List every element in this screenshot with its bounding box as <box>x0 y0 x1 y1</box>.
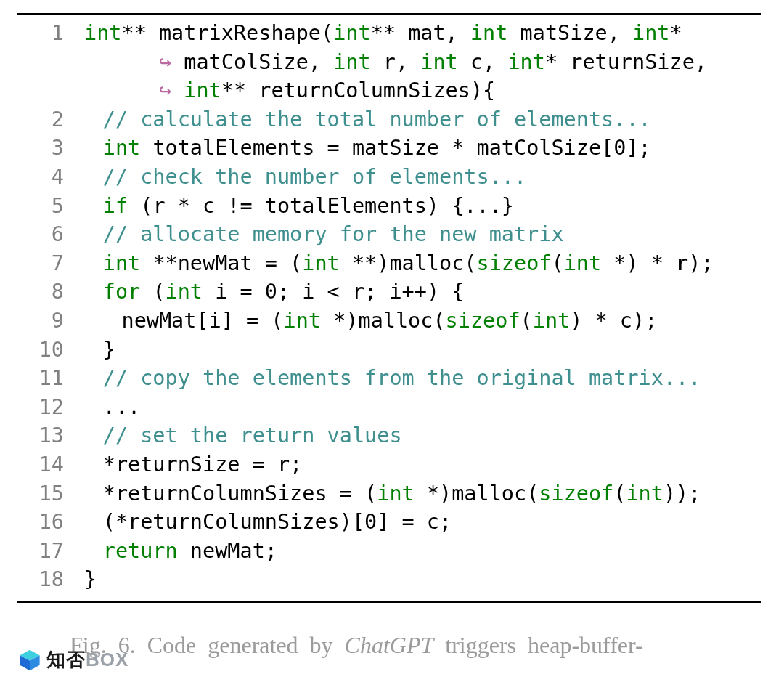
code-content: ... <box>84 393 140 422</box>
watermark-cn: 知否 <box>46 649 86 670</box>
line-number: 8 <box>17 277 84 307</box>
code-content: // set the return values <box>84 421 402 450</box>
code-content: for (int i = 0; i < r; i++) { <box>84 277 464 307</box>
line-number: 3 <box>17 134 84 163</box>
code-line: 9newMat[i] = (int *)malloc(sizeof(int) *… <box>17 307 761 336</box>
code-line: 1int** matrixReshape(int** mat, int matS… <box>17 19 761 48</box>
line-number: 7 <box>17 249 84 278</box>
line-number: 6 <box>17 220 84 249</box>
code-content: // check the number of elements... <box>84 163 526 192</box>
watermark-en: BOX <box>86 649 128 670</box>
code-line: 7int **newMat = (int **)malloc(sizeof(in… <box>17 249 761 278</box>
cube-icon <box>17 648 42 673</box>
code-content: } <box>84 336 115 365</box>
line-number: 18 <box>17 565 84 594</box>
code-line: ↪ matColSize, int r, int c, int* returnS… <box>17 48 761 77</box>
line-number: 16 <box>17 508 84 537</box>
caption-text-after: triggers heap-buffer- <box>433 632 642 658</box>
code-line: 12... <box>17 393 761 422</box>
code-content: *returnColumnSizes = (int *)malloc(sizeo… <box>84 479 701 508</box>
code-content: return newMat; <box>84 537 277 566</box>
code-line: ↪ int** returnColumnSizes){ <box>17 76 761 105</box>
code-line: 2// calculate the total number of elemen… <box>17 105 761 134</box>
line-number: 1 <box>17 19 84 48</box>
line-number: 13 <box>17 421 84 450</box>
line-number: 2 <box>17 105 84 134</box>
code-content: int** matrixReshape(int** mat, int matSi… <box>84 19 682 48</box>
code-line: 15*returnColumnSizes = (int *)malloc(siz… <box>17 479 761 508</box>
figure-caption: Fig. 6. Code generated by ChatGPT trigge… <box>17 629 761 662</box>
code-line: 8for (int i = 0; i < r; i++) { <box>17 277 761 307</box>
line-number: 10 <box>17 336 84 365</box>
code-line: 11// copy the elements from the original… <box>17 364 761 393</box>
code-content: ↪ matColSize, int r, int c, int* returnS… <box>84 48 707 77</box>
watermark: 知否BOX <box>17 647 128 673</box>
code-content: (*returnColumnSizes)[0] = c; <box>84 508 452 537</box>
code-content: int totalElements = matSize * matColSize… <box>84 134 651 163</box>
code-content: // calculate the total number of element… <box>84 105 651 134</box>
code-content: ↪ int** returnColumnSizes){ <box>84 76 495 105</box>
page-root: 1int** matrixReshape(int** mat, int matS… <box>0 0 784 690</box>
line-number: 15 <box>17 479 84 508</box>
code-line: 17return newMat; <box>17 537 761 566</box>
code-content: } <box>84 565 97 594</box>
code-listing: 1int** matrixReshape(int** mat, int matS… <box>17 13 761 603</box>
line-number: 11 <box>17 364 84 393</box>
code-content: // allocate memory for the new matrix <box>84 220 564 249</box>
code-line: 5if (r * c != totalElements) {...} <box>17 192 761 221</box>
code-line: 4// check the number of elements... <box>17 163 761 192</box>
line-number: 12 <box>17 393 84 422</box>
code-content: int **newMat = (int **)malloc(sizeof(int… <box>84 249 714 278</box>
code-content: newMat[i] = (int *)malloc(sizeof(int) * … <box>84 307 657 336</box>
code-line: 3int totalElements = matSize * matColSiz… <box>17 134 761 163</box>
code-line: 16(*returnColumnSizes)[0] = c; <box>17 508 761 537</box>
line-number: 5 <box>17 192 84 221</box>
line-number: 17 <box>17 537 84 566</box>
line-number: 14 <box>17 450 84 479</box>
caption-text-before: Code generated by <box>147 632 345 658</box>
line-number: 9 <box>17 307 84 336</box>
watermark-text: 知否BOX <box>46 647 128 673</box>
code-line: 14*returnSize = r; <box>17 450 761 479</box>
line-number: 4 <box>17 163 84 192</box>
code-content: if (r * c != totalElements) {...} <box>84 192 514 221</box>
code-line: 13// set the return values <box>17 421 761 450</box>
code-line: 6// allocate memory for the new matrix <box>17 220 761 249</box>
code-content: // copy the elements from the original m… <box>84 364 701 393</box>
code-content: *returnSize = r; <box>84 450 302 479</box>
caption-italic: ChatGPT <box>345 632 434 658</box>
code-line: 10} <box>17 336 761 365</box>
code-line: 18} <box>17 565 761 594</box>
